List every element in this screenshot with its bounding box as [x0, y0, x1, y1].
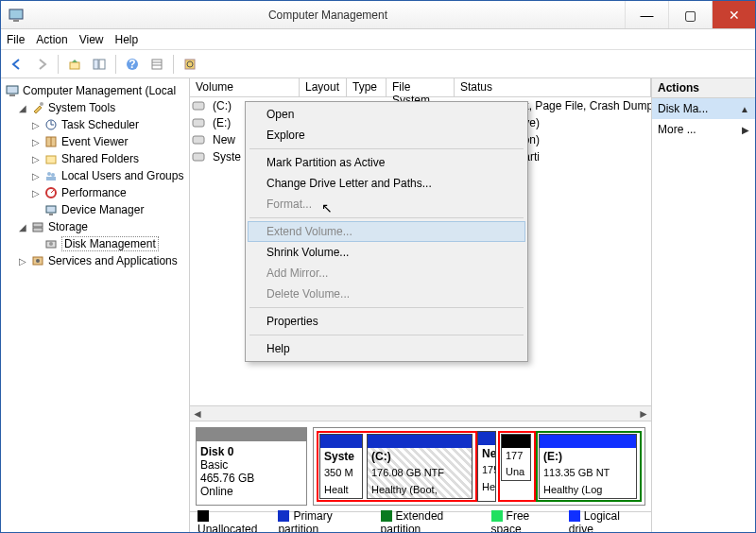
maximize-button[interactable]: ▢: [668, 1, 712, 28]
ctx-format: Format...: [248, 194, 525, 215]
actions-disk-management[interactable]: Disk Ma... ▲: [652, 98, 755, 119]
svg-rect-27: [46, 206, 56, 213]
up-button[interactable]: [64, 54, 85, 75]
chevron-up-icon: ▲: [740, 104, 749, 114]
ctx-open[interactable]: Open: [248, 104, 525, 125]
users-icon: [43, 168, 59, 183]
expand-icon[interactable]: ▷: [31, 171, 41, 181]
legend-logical: Logical drive: [569, 509, 644, 533]
menu-separator: [249, 148, 524, 149]
menu-separator: [249, 217, 524, 218]
center-pane: Volume Layout Type File System Status (C…: [190, 78, 651, 532]
legend-primary: Primary partition: [278, 509, 370, 533]
tree-performance[interactable]: ▷Performance: [31, 184, 187, 201]
disk-icon: [43, 236, 59, 251]
drive-icon: [190, 118, 207, 128]
tree-system-tools[interactable]: ◢System Tools: [18, 99, 187, 116]
ctx-extend-volume: Extend Volume...: [248, 221, 525, 242]
tree-local-users[interactable]: ▷Local Users and Groups: [31, 167, 187, 184]
actions-more[interactable]: More ... ▶: [652, 119, 755, 140]
expand-icon[interactable]: ▷: [31, 120, 41, 130]
ctx-delete-volume: Delete Volume...: [248, 284, 525, 304]
collapse-icon[interactable]: ◢: [18, 222, 27, 232]
svg-rect-29: [33, 223, 43, 227]
legend-free: Free space: [491, 509, 559, 533]
settings-button[interactable]: [146, 54, 167, 75]
clock-icon: [43, 117, 59, 132]
close-button[interactable]: ✕: [712, 1, 755, 28]
device-icon: [43, 202, 59, 217]
menu-file[interactable]: File: [7, 33, 25, 46]
menu-view[interactable]: View: [79, 33, 104, 46]
svg-rect-38: [193, 153, 204, 161]
chevron-right-icon: ▶: [742, 125, 749, 135]
menu-separator: [249, 335, 524, 335]
nav-tree-pane: Computer Management (Local ◢System Tools…: [1, 78, 190, 532]
refresh-button[interactable]: [180, 54, 200, 75]
disk-info[interactable]: Disk 0 Basic 465.76 GB Online: [196, 427, 307, 506]
menu-help[interactable]: Help: [115, 33, 139, 46]
svg-rect-14: [9, 95, 15, 96]
partition-unallocated[interactable]: 177 Una: [501, 434, 531, 481]
svg-point-23: [51, 173, 55, 177]
tree-device-manager[interactable]: Device Manager: [31, 201, 187, 218]
svg-rect-30: [33, 228, 43, 232]
svg-rect-5: [99, 60, 105, 69]
svg-rect-28: [49, 214, 53, 215]
volume-header: Volume Layout Type File System Status: [190, 78, 651, 97]
ctx-explore[interactable]: Explore: [248, 125, 525, 146]
hscrollbar[interactable]: ◄►: [190, 405, 651, 421]
tree-shared-folders[interactable]: ▷Shared Folders: [31, 150, 187, 167]
partition-c[interactable]: (C:) 176.08 GB NTF Healthy (Boot,: [367, 434, 472, 499]
ctx-help[interactable]: Help: [248, 338, 525, 359]
ctx-shrink-volume[interactable]: Shrink Volume...: [248, 242, 525, 263]
legend: Unallocated Primary partition Extended p…: [190, 511, 651, 532]
svg-text:?: ?: [129, 58, 135, 71]
services-icon: [30, 253, 45, 268]
back-button[interactable]: [7, 54, 27, 75]
show-hide-tree-button[interactable]: [89, 54, 110, 75]
partition-row: Syste 350 M Healt (C:) 176.08 GB NTF Hea…: [313, 427, 645, 506]
expand-icon[interactable]: ▷: [31, 188, 41, 198]
context-menu: Open Explore Mark Partition as Active Ch…: [245, 101, 528, 362]
window-title: Computer Management: [31, 9, 625, 22]
tree-disk-management[interactable]: Disk Management: [31, 235, 187, 252]
svg-rect-13: [7, 86, 18, 94]
help-button[interactable]: ?: [122, 54, 143, 75]
col-layout[interactable]: Layout: [300, 78, 347, 96]
collapse-icon[interactable]: ◢: [18, 103, 27, 113]
tree-root[interactable]: Computer Management (Local: [5, 82, 187, 99]
expand-icon[interactable]: ▷: [18, 256, 27, 266]
menu-separator: [249, 307, 524, 308]
drive-icon: [190, 152, 207, 162]
ctx-change-drive-letter[interactable]: Change Drive Letter and Paths...: [248, 173, 525, 194]
svg-line-26: [51, 190, 54, 193]
tree-task-scheduler[interactable]: ▷Task Scheduler: [31, 116, 187, 133]
svg-rect-35: [193, 102, 204, 110]
tree-storage[interactable]: ◢Storage: [18, 218, 187, 235]
legend-extended: Extended partition: [381, 509, 482, 533]
ctx-mark-active[interactable]: Mark Partition as Active: [248, 152, 525, 173]
nav-tree[interactable]: Computer Management (Local ◢System Tools…: [3, 82, 187, 269]
svg-point-32: [49, 242, 53, 246]
ctx-properties[interactable]: Properties: [248, 311, 525, 332]
expand-icon[interactable]: ▷: [31, 137, 41, 147]
forward-button[interactable]: [31, 54, 52, 75]
tree-event-viewer[interactable]: ▷Event Viewer: [31, 133, 187, 150]
partition-system[interactable]: Syste 350 M Healt: [319, 434, 363, 499]
svg-rect-3: [70, 62, 79, 69]
minimize-button[interactable]: —: [625, 1, 668, 28]
svg-rect-24: [46, 177, 56, 181]
svg-rect-21: [46, 156, 56, 163]
expand-icon[interactable]: ▷: [31, 154, 41, 164]
tree-services-apps[interactable]: ▷Services and Applications: [18, 252, 187, 269]
col-status[interactable]: Status: [455, 78, 651, 96]
menu-action[interactable]: Action: [36, 33, 67, 46]
partition-e[interactable]: (E:) 113.35 GB NT Healthy (Log: [539, 434, 637, 499]
svg-point-22: [47, 172, 51, 176]
col-volume[interactable]: Volume: [190, 78, 300, 96]
drive-icon: [190, 135, 207, 145]
col-fs[interactable]: File System: [387, 78, 455, 96]
col-type[interactable]: Type: [347, 78, 387, 96]
partition-new-volume[interactable]: New Volume 175.80 GB NTF Healthy (Prim: [477, 431, 496, 502]
